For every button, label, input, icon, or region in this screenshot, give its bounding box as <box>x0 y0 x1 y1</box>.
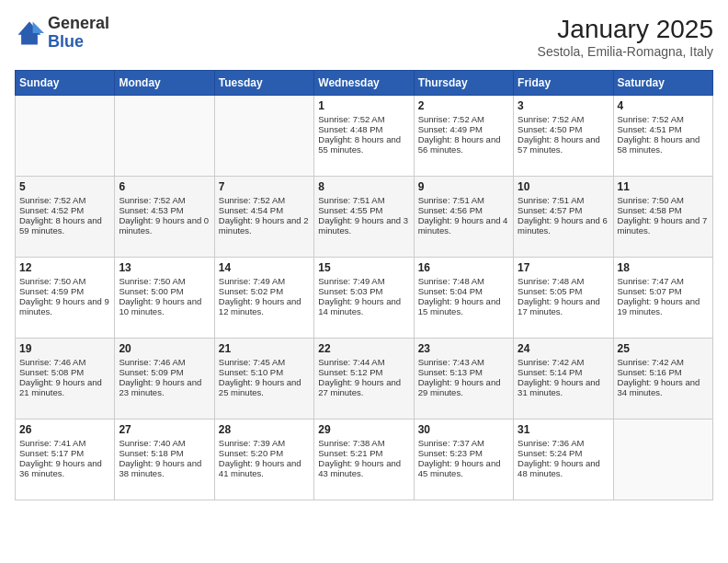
day-info: Sunset: 5:20 PM <box>219 448 310 458</box>
day-number: 13 <box>119 261 210 274</box>
day-number: 9 <box>418 180 509 193</box>
header-row: SundayMondayTuesdayWednesdayThursdayFrid… <box>16 71 713 96</box>
day-info: Daylight: 9 hours and 4 minutes. <box>418 215 509 236</box>
day-info: Sunrise: 7:45 AM <box>219 357 310 367</box>
day-info: Sunset: 5:23 PM <box>418 448 509 458</box>
day-info: Daylight: 9 hours and 10 minutes. <box>119 296 210 316</box>
day-info: Sunrise: 7:47 AM <box>618 276 709 286</box>
title-block: January 2025 Sestola, Emilia-Romagna, It… <box>538 15 713 59</box>
day-info: Sunrise: 7:51 AM <box>418 195 509 205</box>
day-number: 21 <box>219 342 310 355</box>
logo-blue-text: Blue <box>48 33 109 52</box>
week-row-2: 5Sunrise: 7:52 AMSunset: 4:52 PMDaylight… <box>16 177 713 258</box>
day-info: Sunrise: 7:46 AM <box>19 357 110 367</box>
day-number: 16 <box>418 261 509 274</box>
calendar-cell: 9Sunrise: 7:51 AMSunset: 4:56 PMDaylight… <box>414 177 513 258</box>
day-number: 10 <box>518 180 609 193</box>
calendar-cell: 4Sunrise: 7:52 AMSunset: 4:51 PMDaylight… <box>613 96 712 177</box>
day-header-saturday: Saturday <box>613 71 712 96</box>
day-header-sunday: Sunday <box>16 71 115 96</box>
calendar-cell: 18Sunrise: 7:47 AMSunset: 5:07 PMDayligh… <box>613 258 712 339</box>
day-info: Sunset: 5:03 PM <box>318 286 409 296</box>
day-info: Daylight: 9 hours and 6 minutes. <box>518 215 609 236</box>
calendar-cell: 10Sunrise: 7:51 AMSunset: 4:57 PMDayligh… <box>514 177 613 258</box>
day-info: Sunset: 4:49 PM <box>418 124 509 134</box>
day-header-friday: Friday <box>514 71 613 96</box>
day-info: Sunset: 4:54 PM <box>219 205 310 215</box>
week-row-4: 19Sunrise: 7:46 AMSunset: 5:08 PMDayligh… <box>16 339 713 419</box>
calendar-cell: 16Sunrise: 7:48 AMSunset: 5:04 PMDayligh… <box>414 258 513 339</box>
calendar-subtitle: Sestola, Emilia-Romagna, Italy <box>538 44 713 59</box>
day-info: Daylight: 8 hours and 58 minutes. <box>618 134 709 155</box>
day-info: Sunrise: 7:51 AM <box>318 195 409 205</box>
day-header-tuesday: Tuesday <box>214 71 313 96</box>
calendar-body: 1Sunrise: 7:52 AMSunset: 4:48 PMDaylight… <box>16 96 713 500</box>
day-number: 23 <box>418 342 509 355</box>
calendar-table: SundayMondayTuesdayWednesdayThursdayFrid… <box>15 70 713 500</box>
day-info: Sunrise: 7:46 AM <box>119 357 210 367</box>
calendar-cell <box>115 96 214 177</box>
day-info: Sunset: 4:57 PM <box>518 205 609 215</box>
day-info: Daylight: 9 hours and 25 minutes. <box>219 377 310 397</box>
day-number: 2 <box>418 99 509 112</box>
day-info: Daylight: 9 hours and 9 minutes. <box>19 296 110 316</box>
day-info: Daylight: 9 hours and 0 minutes. <box>119 215 210 236</box>
day-number: 4 <box>618 99 709 112</box>
day-number: 22 <box>318 342 409 355</box>
day-info: Sunset: 5:24 PM <box>518 448 609 458</box>
day-info: Daylight: 9 hours and 34 minutes. <box>618 377 709 397</box>
calendar-cell: 31Sunrise: 7:36 AMSunset: 5:24 PMDayligh… <box>514 419 613 500</box>
calendar-cell: 1Sunrise: 7:52 AMSunset: 4:48 PMDaylight… <box>314 96 414 177</box>
day-info: Sunrise: 7:52 AM <box>418 114 509 124</box>
day-number: 5 <box>19 180 110 193</box>
day-info: Sunset: 5:18 PM <box>119 448 210 458</box>
logo-icon <box>15 18 44 48</box>
day-info: Daylight: 8 hours and 59 minutes. <box>19 215 110 236</box>
calendar-header: SundayMondayTuesdayWednesdayThursdayFrid… <box>16 71 713 96</box>
day-info: Sunset: 4:53 PM <box>119 205 210 215</box>
day-info: Daylight: 9 hours and 43 minutes. <box>318 458 409 478</box>
day-info: Sunset: 5:05 PM <box>518 286 609 296</box>
calendar-cell: 7Sunrise: 7:52 AMSunset: 4:54 PMDaylight… <box>214 177 313 258</box>
day-info: Daylight: 9 hours and 19 minutes. <box>618 296 709 316</box>
day-info: Daylight: 9 hours and 14 minutes. <box>318 296 409 316</box>
day-info: Sunset: 5:00 PM <box>119 286 210 296</box>
day-info: Sunrise: 7:44 AM <box>318 357 409 367</box>
calendar-cell: 3Sunrise: 7:52 AMSunset: 4:50 PMDaylight… <box>514 96 613 177</box>
day-header-monday: Monday <box>115 71 214 96</box>
calendar-cell: 5Sunrise: 7:52 AMSunset: 4:52 PMDaylight… <box>16 177 115 258</box>
day-info: Sunset: 4:58 PM <box>618 205 709 215</box>
day-info: Sunset: 5:08 PM <box>19 367 110 377</box>
day-info: Sunset: 5:04 PM <box>418 286 509 296</box>
day-info: Sunrise: 7:38 AM <box>318 438 409 448</box>
day-info: Daylight: 8 hours and 55 minutes. <box>318 134 409 155</box>
day-info: Daylight: 9 hours and 38 minutes. <box>119 458 210 478</box>
calendar-cell: 15Sunrise: 7:49 AMSunset: 5:03 PMDayligh… <box>314 258 414 339</box>
calendar-cell: 28Sunrise: 7:39 AMSunset: 5:20 PMDayligh… <box>214 419 313 500</box>
day-number: 14 <box>219 261 310 274</box>
day-info: Sunset: 5:02 PM <box>219 286 310 296</box>
calendar-cell: 26Sunrise: 7:41 AMSunset: 5:17 PMDayligh… <box>16 419 115 500</box>
day-info: Daylight: 9 hours and 12 minutes. <box>219 296 310 316</box>
day-info: Sunrise: 7:52 AM <box>518 114 609 124</box>
calendar-cell: 13Sunrise: 7:50 AMSunset: 5:00 PMDayligh… <box>115 258 214 339</box>
calendar-cell: 20Sunrise: 7:46 AMSunset: 5:09 PMDayligh… <box>115 339 214 419</box>
day-info: Sunrise: 7:52 AM <box>318 114 409 124</box>
day-info: Sunrise: 7:41 AM <box>19 438 110 448</box>
day-info: Sunset: 5:07 PM <box>618 286 709 296</box>
day-header-wednesday: Wednesday <box>314 71 414 96</box>
day-number: 25 <box>618 342 709 355</box>
day-number: 24 <box>518 342 609 355</box>
day-number: 6 <box>119 180 210 193</box>
calendar-cell: 29Sunrise: 7:38 AMSunset: 5:21 PMDayligh… <box>314 419 414 500</box>
day-info: Sunset: 5:12 PM <box>318 367 409 377</box>
day-info: Sunrise: 7:42 AM <box>618 357 709 367</box>
calendar-cell <box>214 96 313 177</box>
day-info: Sunrise: 7:36 AM <box>518 438 609 448</box>
day-info: Sunrise: 7:50 AM <box>618 195 709 205</box>
day-number: 29 <box>318 423 409 436</box>
day-number: 7 <box>219 180 310 193</box>
day-info: Sunrise: 7:48 AM <box>518 276 609 286</box>
calendar-title: January 2025 <box>538 15 713 44</box>
day-info: Sunset: 5:09 PM <box>119 367 210 377</box>
